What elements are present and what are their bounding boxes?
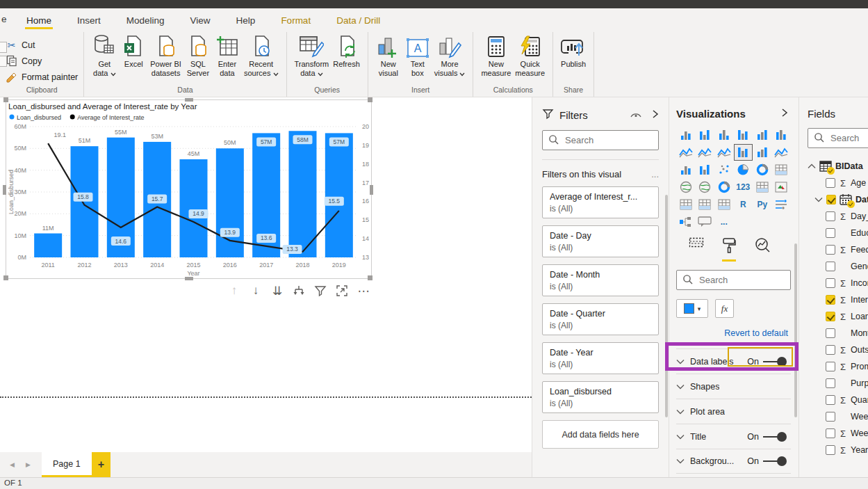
- gauge-icon[interactable]: [714, 179, 734, 195]
- paste-button-partial[interactable]: [0, 42, 7, 53]
- tab-analytics[interactable]: [754, 237, 771, 262]
- field-item-incom[interactable]: ΣIncom: [808, 275, 868, 291]
- format-card-data-labels[interactable]: Data labelsOn: [676, 348, 791, 374]
- button-enter-data[interactable]: Enterdata: [213, 35, 242, 78]
- handle-top-left[interactable]: [3, 97, 8, 102]
- field-item-day-m[interactable]: ΣDay_m: [808, 208, 868, 225]
- table-icon[interactable]: [696, 196, 715, 213]
- eye-icon[interactable]: [630, 109, 642, 121]
- button-more-visuals[interactable]: Morevisuals: [432, 35, 468, 78]
- key-influencers-icon[interactable]: [772, 196, 792, 213]
- filters-scrollbar[interactable]: [665, 195, 668, 417]
- field-checkbox[interactable]: [826, 312, 835, 321]
- button-power-bi-datasets[interactable]: Power BIdatasets: [148, 35, 183, 78]
- tab-format[interactable]: [722, 237, 736, 262]
- button-publish[interactable]: Publish: [559, 35, 588, 69]
- field-item-promo[interactable]: ΣPromo: [808, 358, 868, 375]
- toggle-title[interactable]: On: [747, 432, 787, 442]
- filter-card[interactable]: Average of Interest_r...is (All): [542, 186, 659, 218]
- button-transform-data[interactable]: Transformdata: [293, 35, 331, 78]
- file-menu-partial[interactable]: e: [1, 14, 7, 24]
- button-refresh[interactable]: Refresh: [331, 35, 362, 69]
- format-card-backgrou-[interactable]: Backgrou...On: [676, 449, 791, 474]
- filter-card[interactable]: Date - Quarteris (All): [542, 303, 659, 335]
- filters-search-input[interactable]: [542, 130, 659, 150]
- stacked-bar-chart-icon[interactable]: [676, 127, 696, 143]
- field-checkbox[interactable]: [826, 295, 835, 305]
- card-icon[interactable]: 123: [734, 179, 753, 195]
- color-picker[interactable]: ▾: [676, 299, 708, 318]
- scatter-chart-icon[interactable]: [714, 161, 734, 178]
- handle-top-right[interactable]: [368, 97, 372, 102]
- field-checkbox[interactable]: [826, 328, 835, 338]
- ribbon-tab-format[interactable]: Format: [279, 11, 312, 29]
- button-copy[interactable]: Copy: [6, 55, 42, 67]
- button-new-visual[interactable]: Newvisual: [374, 35, 403, 78]
- collapse-filters-icon[interactable]: [652, 109, 659, 121]
- handle-mid-right[interactable]: [370, 185, 373, 195]
- donut-chart-icon[interactable]: [753, 161, 772, 178]
- prev-page-arrow-icon[interactable]: ◀: [10, 461, 15, 468]
- field-item-year[interactable]: ΣYear: [808, 442, 868, 458]
- button-cut[interactable]: ✂Cut: [6, 39, 35, 51]
- field-item-age[interactable]: ΣAge: [808, 175, 868, 191]
- field-checkbox[interactable]: [826, 428, 835, 438]
- more-options-icon[interactable]: ...: [714, 214, 734, 230]
- ribbon-chart-icon[interactable]: [772, 144, 792, 161]
- tab-fields[interactable]: [689, 237, 704, 262]
- expand-all-down-icon[interactable]: [292, 284, 306, 298]
- matrix-icon[interactable]: [714, 196, 734, 213]
- pie-chart-icon[interactable]: [734, 161, 753, 178]
- button-text-box[interactable]: ATextbox: [403, 35, 432, 78]
- ribbon-tab-insert[interactable]: Insert: [76, 11, 102, 29]
- report-canvas[interactable]: Loan_disbursed and Average of Interest_r…: [0, 97, 532, 452]
- more-options-icon[interactable]: ⋯: [357, 284, 370, 298]
- area-chart-icon[interactable]: [696, 144, 715, 161]
- field-item-date[interactable]: Date: [808, 191, 868, 208]
- viz-scrollbar[interactable]: [794, 243, 797, 417]
- button-format-painter[interactable]: Format painter: [6, 71, 78, 83]
- handle-bottom-right[interactable]: [368, 275, 372, 280]
- field-item-month[interactable]: Month: [808, 325, 868, 342]
- field-item-purpos[interactable]: Purpos: [808, 375, 868, 392]
- multi-row-card-icon[interactable]: [753, 179, 772, 195]
- handle-top-mid[interactable]: [185, 98, 193, 102]
- chevron-down-icon[interactable]: [814, 195, 823, 205]
- show-next-level-icon[interactable]: ⇊: [270, 284, 284, 298]
- map-icon[interactable]: [676, 179, 696, 195]
- button-quick-measure[interactable]: Quickmeasure: [513, 35, 547, 78]
- add-page-button[interactable]: +: [92, 452, 110, 477]
- field-item-weekd[interactable]: Weekd: [808, 408, 868, 425]
- 100-stacked-bar-chart-icon[interactable]: [753, 127, 772, 143]
- field-checkbox[interactable]: [826, 245, 835, 255]
- field-checkbox[interactable]: [826, 211, 835, 221]
- field-checkbox[interactable]: [826, 262, 835, 271]
- button-get-data[interactable]: Getdata: [90, 35, 119, 78]
- button-excel[interactable]: Excel: [119, 35, 148, 69]
- field-checkbox[interactable]: [826, 278, 835, 288]
- field-item-feedb[interactable]: ΣFeedb: [808, 241, 868, 258]
- format-card-title[interactable]: TitleOn: [676, 424, 791, 449]
- filters-section-more[interactable]: ...: [651, 169, 659, 179]
- ribbon-tab-home[interactable]: Home: [25, 11, 53, 29]
- stacked-column-chart-icon[interactable]: [696, 127, 715, 143]
- format-card-plot-area[interactable]: Plot area: [676, 399, 791, 424]
- clustered-bar-chart-icon[interactable]: [714, 127, 734, 143]
- revert-to-default-link[interactable]: Revert to default: [676, 328, 791, 338]
- toggle-data-labels[interactable]: On: [747, 357, 787, 367]
- field-item-outsta[interactable]: ΣOutsta: [808, 342, 868, 358]
- line-chart-icon[interactable]: [676, 144, 696, 161]
- paste-button-partial-2[interactable]: [0, 56, 7, 67]
- field-checkbox[interactable]: [826, 228, 835, 238]
- toggle-backgrou-[interactable]: On: [747, 456, 787, 466]
- ribbon-tab-help[interactable]: Help: [235, 11, 257, 29]
- field-checkbox[interactable]: [826, 345, 835, 355]
- funnel-chart-icon[interactable]: [696, 161, 715, 178]
- ribbon-tab-view[interactable]: View: [189, 11, 212, 29]
- filter-card[interactable]: Date - Monthis (All): [542, 264, 659, 296]
- handle-bottom-mid[interactable]: [185, 277, 193, 280]
- ribbon-tab-data-drill[interactable]: Data / Drill: [335, 11, 382, 29]
- filter-card[interactable]: Loan_disbursedis (All): [542, 381, 659, 413]
- fx-conditional-format-button[interactable]: fx: [715, 299, 734, 318]
- combo-chart-visual[interactable]: Loan_disbursed and Average of Interest_r…: [6, 99, 372, 279]
